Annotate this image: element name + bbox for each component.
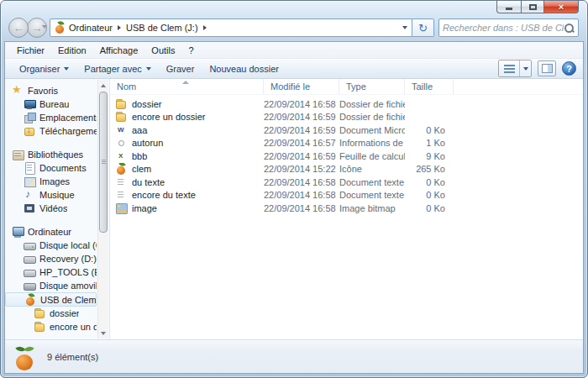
help-button[interactable]: ? [562,61,576,76]
sidebar-item-emplacements-r-cents[interactable]: Emplacements récents [5,111,97,124]
file-date: 22/09/2014 16:59 [264,125,339,135]
file-row-image[interactable]: image22/09/2014 16:58Image bitmap0 Ko [110,202,583,215]
breadcrumb-usb-de-clem-j[interactable]: USB de Clem (J:) [123,23,202,33]
file-name: clem [132,164,151,174]
toolbar-partager-avec-button[interactable]: Partager avec [76,60,158,77]
scroll-down-button[interactable] [98,328,108,339]
menu-help[interactable]: ? [181,45,200,55]
sidebar-item-favoris[interactable]: Favoris [5,84,97,97]
sidebar-item-recovery-d[interactable]: Recovery (D:) [5,252,97,265]
scroll-up-button[interactable] [98,80,108,91]
sidebar-item-ordinateur[interactable]: Ordinateur [5,225,97,239]
column-header-nom[interactable]: Nom [110,79,264,94]
file-list-pane: Nom Modifié le Type Taille dossier22/09/… [110,79,583,339]
sidebar-item-biblioth-ques[interactable]: Bibliothèques [5,148,97,161]
change-view-button[interactable] [498,60,532,77]
file-row-autorun[interactable]: autorun22/09/2014 16:57Informations de c… [110,137,583,150]
chevron-right-icon[interactable] [203,25,207,30]
column-header-taille[interactable]: Taille [405,79,454,94]
close-button[interactable]: × [543,1,579,13]
sidebar-item-musique[interactable]: Musique [5,188,97,202]
sidebar-section-ordinateur: OrdinateurDisque local (C:)Recovery (D:)… [5,225,97,333]
file-date: 22/09/2014 15:22 [264,164,339,174]
sidebar-item-bureau[interactable]: Bureau [5,97,97,111]
maximize-icon [529,4,537,10]
sidebar-item-label: Favoris [28,86,58,96]
sidebar-item-dossier[interactable]: dossier [5,307,97,320]
menu-affichage[interactable]: Affichage [93,45,145,55]
history-dropdown-icon[interactable] [42,25,47,29]
client-area: FichierEditionAffichageOutils? Organiser… [4,41,584,374]
maximize-button[interactable] [521,1,543,13]
menu-fichier[interactable]: Fichier [10,45,51,55]
sidebar-item-label: USB de Clem (J:) [40,295,96,305]
file-name: dossier [132,99,161,109]
chevron-down-icon [402,26,407,29]
file-name-cell: autorun [110,137,264,149]
file-name: autorun [132,138,163,148]
sidebar-item-disque-local-c[interactable]: Disque local (C:) [5,239,97,252]
toolbar-nouveau-dossier-button[interactable]: Nouveau dossier [202,60,286,77]
toolbar-items: OrganiserPartager avecGraverNouveau doss… [12,60,286,77]
sidebar-item-label: dossier [50,308,79,318]
toolbar-graver-button[interactable]: Graver [159,60,202,77]
file-row-clem[interactable]: clem22/09/2014 15:22Icône265 Ko [110,163,583,176]
scrollbar-thumb[interactable] [99,92,108,233]
minimize-icon [506,8,512,10]
file-type: Document texte [339,177,405,187]
sidebar-item-t-l-chargements[interactable]: Téléchargements [5,124,97,138]
preview-pane-button[interactable] [538,60,556,76]
column-header-type[interactable]: Type [339,79,405,94]
toolbar-right: ? [498,60,576,77]
text-file-icon [115,189,127,201]
sidebar-item-vid-os[interactable]: Vidéos [5,202,97,215]
sidebar-item-encore-un-dossier[interactable]: encore un dossier [5,320,97,333]
recent-places-icon [24,112,35,123]
back-button[interactable]: ← [8,18,29,38]
file-name-cell: image [110,202,264,214]
sidebar-scrollbar[interactable] [97,80,108,339]
address-bar[interactable]: OrdinateurUSB de Clem (J:) [50,18,412,37]
file-row-du-texte[interactable]: du texte22/09/2014 16:58Document texte0 … [110,176,583,189]
drive-icon [24,266,35,278]
sidebar-item-label: encore un dossier [50,322,97,332]
column-header-modifie-le[interactable]: Modifié le [264,79,339,94]
sidebar-item-hp-tools-e[interactable]: HP_TOOLS (E:) [5,265,97,279]
sidebar-item-disque-amovible[interactable]: Disque amovible [5,279,97,292]
sidebar-item-label: HP_TOOLS (E:) [39,267,97,277]
file-row-encore-du-texte[interactable]: encore du texte22/09/2014 16:58Document … [110,189,583,202]
chevron-down-icon [523,67,528,71]
toolbar-organiser-button[interactable]: Organiser [12,60,76,77]
file-row-bbb[interactable]: bbb22/09/2014 16:59Feuille de calcul ...… [110,150,583,163]
clementine-icon [13,345,38,370]
breadcrumb-ordinateur[interactable]: Ordinateur [66,23,116,33]
file-row-encore-un-dossier[interactable]: encore un dossier22/09/2014 16:59Dossier… [110,111,583,124]
menu-outils[interactable]: Outils [144,45,181,55]
file-name-cell: encore du texte [110,189,264,201]
file-rows: dossier22/09/2014 16:58Dossier de fichie… [110,95,583,215]
search-input[interactable] [443,23,564,33]
minimize-button[interactable] [496,1,521,13]
toolbar-button-label: Graver [166,64,195,74]
inf-file-icon [115,137,127,149]
back-icon: ← [13,22,24,34]
file-row-aaa[interactable]: aaa22/09/2014 16:59Document Micros...0 K… [110,123,583,137]
downloads-icon [24,125,35,137]
address-dropdown-button[interactable] [398,19,412,36]
preview-pane-icon [542,64,553,73]
sidebar-item-usb-de-clem-j[interactable]: USB de Clem (J:) [5,292,97,307]
image-file-icon [115,202,127,214]
file-size: 0 Ko [405,203,449,213]
menu-edition[interactable]: Edition [51,45,93,55]
sidebar-section-favoris: FavorisBureauEmplacements récentsTélécha… [5,84,97,138]
sidebar-item-images[interactable]: Images [5,175,97,188]
file-row-dossier[interactable]: dossier22/09/2014 16:58Dossier de fichie… [110,97,583,111]
sidebar-item-documents[interactable]: Documents [5,161,97,175]
chevron-right-icon[interactable] [118,25,121,30]
file-type: Image bitmap [339,203,405,213]
sidebar-item-label: Disque amovible [39,281,97,291]
word-doc-icon [115,124,127,136]
file-size: 265 Ko [405,164,449,174]
view-dropdown-button[interactable] [519,60,531,76]
refresh-button[interactable]: ↻ [412,18,434,37]
